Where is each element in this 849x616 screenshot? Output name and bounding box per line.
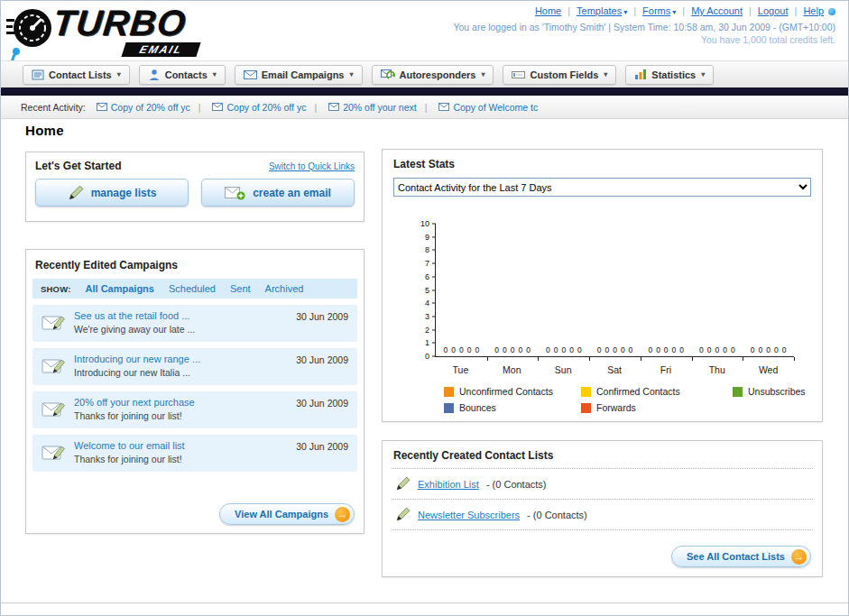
stats-period-select[interactable]: Contact Activity for the Last 7 Days xyxy=(393,178,811,197)
header-links: HomeTemplates▾Forms▾My AccountLogoutHelp xyxy=(535,5,835,16)
chart-plot: 00000000000000000000000000000000000 0123… xyxy=(435,224,794,357)
campaigns-panel: Recently Edited Campaigns SHOW: All Camp… xyxy=(25,249,365,534)
link-logout[interactable]: Logout xyxy=(743,5,789,16)
envelope-icon xyxy=(97,103,107,111)
y-tick-label: 1 xyxy=(425,339,429,347)
bar-value-label: 0 xyxy=(759,346,763,354)
envelope-icon xyxy=(438,103,449,111)
filter-sent[interactable]: Sent xyxy=(230,283,251,294)
filter-archived[interactable]: Archived xyxy=(265,283,304,294)
legend-swatch xyxy=(733,387,743,397)
legend-item: Bounces xyxy=(444,402,581,413)
legend-swatch xyxy=(581,387,591,397)
get-started-panel: Let's Get Started Switch to Quick Links … xyxy=(25,152,365,222)
manage-lists-button[interactable]: manage lists xyxy=(35,179,189,207)
chart-bar-group: 00000 xyxy=(692,346,743,357)
recent-activity-item[interactable]: 20% off your next xyxy=(306,102,416,113)
bar-value-label: 0 xyxy=(629,346,633,354)
campaign-date: 30 Jun 2009 xyxy=(296,311,348,322)
chart-groups: 00000000000000000000000000000000000 xyxy=(436,346,794,357)
bar-value-label: 0 xyxy=(664,346,669,354)
link-my-account[interactable]: My Account xyxy=(676,5,743,16)
bar-value-label: 0 xyxy=(782,346,787,354)
campaigns-list: See us at the retail food ... We're givi… xyxy=(26,299,364,472)
bar-value-label: 0 xyxy=(511,346,515,354)
link-templates[interactable]: Templates▾ xyxy=(561,5,627,16)
see-all-contact-lists-button[interactable]: See All Contact Lists → xyxy=(671,546,811,567)
envelope-pencil-icon xyxy=(42,355,66,376)
bar-value-label: 0 xyxy=(459,346,464,354)
y-tick-mark xyxy=(432,263,436,264)
link-forms[interactable]: Forms▾ xyxy=(627,5,676,16)
tab-autoresponders[interactable]: Autoresponders ▾ xyxy=(372,65,494,85)
contact-list-row[interactable]: Newsletter Subscribers - (0 Contacts) xyxy=(383,500,822,529)
show-label: SHOW: xyxy=(41,284,71,294)
link-templates-label: Templates xyxy=(577,5,622,16)
y-tick-mark xyxy=(432,250,436,251)
view-all-campaigns-button[interactable]: View All Campaigns → xyxy=(219,503,355,525)
campaigns-filter-bar: SHOW: All Campaigns Scheduled Sent Archi… xyxy=(32,279,357,299)
campaign-row[interactable]: 20% off your next purchase Thanks for jo… xyxy=(32,391,357,428)
arrow-circle-icon: → xyxy=(791,549,807,565)
recent-activity-item[interactable]: Copy of 20% off yc xyxy=(97,102,190,113)
bar-value-label: 0 xyxy=(699,346,704,354)
campaign-link[interactable]: 20% off your next purchase xyxy=(74,397,278,408)
contact-list-link[interactable]: Newsletter Subscribers xyxy=(418,510,520,520)
bar-value-label: 0 xyxy=(731,346,735,354)
link-home-label: Home xyxy=(535,5,561,16)
chevron-down-icon: ▾ xyxy=(481,70,484,78)
recent-activity-item[interactable]: Copy of Welcome tc xyxy=(417,102,539,113)
filter-all-campaigns[interactable]: All Campaigns xyxy=(86,283,154,294)
contact-list-row[interactable]: Exhibition List - (0 Contacts) xyxy=(383,469,822,499)
contact-list-count: - (0 Contacts) xyxy=(527,510,587,520)
chart-bar-group: 00000 xyxy=(589,346,641,357)
campaign-link[interactable]: See us at the retail food ... xyxy=(74,310,278,321)
credits-info: You have 1,000 total credits left. xyxy=(701,34,835,45)
envelope-pencil-icon xyxy=(42,312,66,333)
filter-scheduled[interactable]: Scheduled xyxy=(169,283,216,294)
campaign-link[interactable]: Welcome to our email list xyxy=(74,440,278,451)
chart-bar-group: 00000 xyxy=(487,346,539,357)
bar-value-label: 0 xyxy=(526,346,531,354)
logo[interactable]: TURBO EMAIL xyxy=(6,3,259,59)
view-all-campaigns-label: View All Campaigns xyxy=(235,509,328,519)
y-tick-mark xyxy=(432,224,436,225)
campaign-link[interactable]: Introducing our new range ... xyxy=(74,354,278,364)
chart-legend: Unconfirmed ContactsConfirmed ContactsUn… xyxy=(444,386,849,413)
campaign-row[interactable]: Introducing our new range ... Introducin… xyxy=(32,348,357,385)
y-tick-mark xyxy=(432,236,436,237)
y-tick-mark xyxy=(432,343,436,344)
envelope-plus-icon xyxy=(225,185,245,200)
bar-value-label: 0 xyxy=(648,346,652,354)
bar-value-label: 0 xyxy=(475,346,479,354)
bar-value-label: 0 xyxy=(679,346,684,354)
divider xyxy=(392,529,813,530)
legend-swatch xyxy=(444,403,454,413)
tab-email-campaigns[interactable]: Email Campaigns ▾ xyxy=(235,65,363,85)
bar-value-label: 0 xyxy=(723,346,727,354)
tab-statistics[interactable]: Statistics ▾ xyxy=(625,65,714,85)
link-home[interactable]: Home xyxy=(535,5,561,16)
bar-value-label: 0 xyxy=(597,346,602,354)
bar-value-label: 0 xyxy=(569,346,574,354)
campaign-row[interactable]: Welcome to our email list Thanks for joi… xyxy=(32,435,357,472)
y-tick-mark xyxy=(432,329,436,330)
contact-list-link[interactable]: Exhibition List xyxy=(418,479,479,490)
page-title: Home xyxy=(25,123,64,138)
tab-custom-fields[interactable]: Custom Fields ▾ xyxy=(503,65,616,85)
link-help[interactable]: Help xyxy=(789,5,824,16)
recent-activity-text: Copy of Welcome tc xyxy=(453,102,538,113)
legend-label: Bounces xyxy=(459,402,496,413)
pencil-icon xyxy=(395,476,411,492)
campaign-row[interactable]: See us at the retail food ... We're givi… xyxy=(32,305,357,342)
legend-label: Unsubscribes xyxy=(748,386,806,397)
y-tick-mark xyxy=(432,316,436,317)
link-my-account-label: My Account xyxy=(691,5,743,16)
tab-contact-lists[interactable]: Contact Lists ▾ xyxy=(23,65,130,85)
bar-value-label: 0 xyxy=(707,346,712,354)
create-email-button[interactable]: create an email xyxy=(201,179,355,207)
switch-quick-links[interactable]: Switch to Quick Links xyxy=(269,161,355,171)
recent-activity-item[interactable]: Copy of 20% off yc xyxy=(190,102,307,113)
tab-contacts[interactable]: Contacts ▾ xyxy=(139,65,226,85)
bar-value-label: 0 xyxy=(494,346,499,354)
